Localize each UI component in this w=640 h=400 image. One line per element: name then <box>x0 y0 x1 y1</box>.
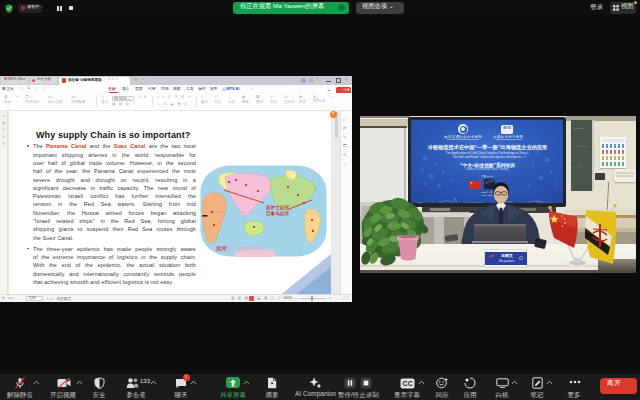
svg-text:苏伊士运河: 苏伊士运河 <box>265 203 289 210</box>
svg-text:CC: CC <box>403 380 413 387</box>
svg-text:运河:: 运河: <box>216 245 228 252</box>
svg-text:人工修筑的河道: 人工修筑的河道 <box>228 245 263 252</box>
